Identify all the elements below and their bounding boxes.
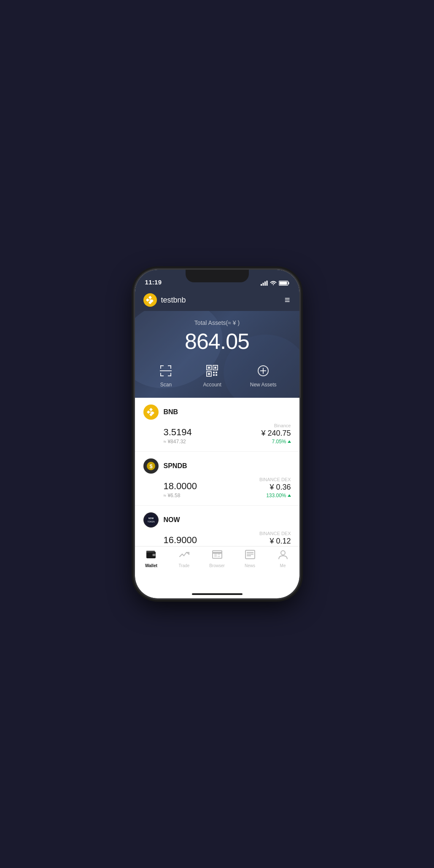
asset-price-block-bnb: Binance ¥ 240.75 7.05% [261, 423, 291, 445]
asset-icon-bnb [143, 405, 159, 420]
nav-trade-label: Trade [179, 563, 190, 568]
svg-rect-13 [160, 375, 164, 376]
asset-price-now: ¥ 0.12 [259, 537, 291, 546]
asset-list: BNB 3.5194 ≈ ¥847.32 Binance ¥ 240.75 7.… [135, 398, 299, 546]
svg-rect-2 [264, 281, 266, 286]
svg-point-41 [153, 554, 155, 556]
svg-text:NOW: NOW [148, 517, 154, 520]
hero-actions: Scan [143, 362, 291, 388]
nav-me-label: Me [280, 563, 286, 568]
status-time: 11:19 [145, 279, 162, 286]
asset-balance-block-now: 16.9000 ≈ ¥2.13 [164, 535, 197, 546]
asset-item-now[interactable]: NOW TOKEN NOW 16.9000 ≈ ¥2.13 BINANCE DE… [135, 506, 299, 546]
nav-news[interactable]: News [237, 550, 263, 568]
asset-balance-now: 16.9000 [164, 535, 197, 546]
nav-news-label: News [245, 563, 255, 568]
header-left: testbnb [143, 293, 186, 307]
svg-rect-16 [160, 370, 172, 371]
arrow-up-spndb [288, 494, 291, 497]
svg-rect-15 [168, 375, 171, 376]
svg-rect-23 [213, 372, 215, 373]
bottom-nav: Wallet Trade [135, 546, 299, 576]
svg-rect-6 [279, 282, 287, 285]
trade-icon [179, 550, 189, 562]
asset-icon-spndb: $ [143, 458, 159, 474]
svg-rect-49 [247, 554, 253, 555]
signal-icon [261, 281, 268, 286]
svg-rect-29 [260, 370, 266, 371]
asset-details-bnb: 3.5194 ≈ ¥847.32 Binance ¥ 240.75 7.05% [143, 423, 291, 445]
bnb-logo-header [143, 293, 157, 307]
asset-exchange-bnb: Binance [261, 423, 291, 428]
browser-icon [212, 550, 222, 562]
svg-rect-0 [261, 284, 262, 286]
scan-label: Scan [160, 382, 172, 388]
svg-rect-24 [216, 372, 217, 373]
svg-text:TOKEN: TOKEN [147, 520, 155, 523]
account-label: Account [203, 382, 221, 388]
asset-item-bnb[interactable]: BNB 3.5194 ≈ ¥847.32 Binance ¥ 240.75 7.… [135, 398, 299, 452]
hero-section: Total Assets(≈ ¥ ) 864.05 [135, 311, 299, 398]
asset-name-spndb: SPNDB [164, 462, 187, 470]
asset-details-now: 16.9000 ≈ ¥2.13 BINANCE DEX ¥ 0.12 -3334… [143, 531, 291, 546]
nav-wallet[interactable]: Wallet [139, 550, 164, 568]
nav-browser-label: Browser [209, 563, 225, 568]
battery-icon [279, 281, 289, 286]
total-assets-label: Total Assets(≈ ¥ ) [143, 319, 291, 326]
notch [186, 270, 249, 282]
new-assets-icon [255, 362, 272, 379]
svg-rect-3 [266, 281, 267, 286]
phone-inner: 11:19 [135, 270, 299, 598]
asset-price-bnb: ¥ 240.75 [261, 429, 291, 438]
nav-wallet-label: Wallet [145, 563, 157, 568]
new-assets-button[interactable]: New Assets [250, 362, 277, 388]
asset-price-block-now: BINANCE DEX ¥ 0.12 -3334.00% [259, 531, 291, 546]
svg-rect-22 [208, 373, 210, 375]
asset-balance-block-bnb: 3.5194 ≈ ¥847.32 [164, 427, 192, 445]
asset-header-spndb: $ SPNDB [143, 458, 291, 474]
app-header: testbnb ≡ [135, 288, 299, 311]
svg-rect-26 [216, 374, 217, 376]
svg-rect-25 [213, 374, 215, 376]
asset-exchange-now: BINANCE DEX [259, 531, 291, 536]
asset-balance-bnb: 3.5194 [164, 427, 192, 438]
menu-button[interactable]: ≡ [285, 295, 291, 305]
asset-balance-spndb: 18.0000 [164, 481, 197, 492]
qr-icon [204, 362, 221, 379]
nav-trade[interactable]: Trade [172, 550, 197, 568]
asset-item-spndb[interactable]: $ SPNDB 18.0000 ≈ ¥6.58 BINANCE DEX ¥ 0.… [135, 452, 299, 506]
svg-rect-9 [160, 365, 161, 369]
svg-rect-45 [218, 554, 220, 555]
asset-header-bnb: BNB [143, 405, 291, 420]
total-assets-value: 864.05 [143, 329, 291, 354]
wifi-icon [270, 281, 277, 286]
svg-rect-5 [288, 282, 289, 284]
arrow-up-bnb [288, 440, 291, 443]
scan-icon [157, 362, 174, 379]
news-icon [245, 550, 255, 562]
asset-price-spndb: ¥ 0.36 [259, 483, 291, 492]
me-icon [278, 550, 288, 562]
svg-rect-1 [262, 283, 264, 286]
svg-rect-39 [146, 551, 155, 552]
new-assets-label: New Assets [250, 382, 277, 388]
scan-button[interactable]: Scan [157, 362, 174, 388]
asset-price-block-spndb: BINANCE DEX ¥ 0.36 133.00% [259, 477, 291, 498]
svg-rect-20 [214, 367, 216, 369]
asset-change-spndb: 133.00% [259, 493, 291, 498]
asset-name-now: NOW [164, 516, 180, 524]
asset-details-spndb: 18.0000 ≈ ¥6.58 BINANCE DEX ¥ 0.36 133.0… [143, 477, 291, 498]
asset-balance-block-spndb: 18.0000 ≈ ¥6.58 [164, 481, 197, 498]
asset-name-bnb: BNB [164, 408, 178, 416]
svg-point-51 [281, 551, 285, 555]
asset-icon-now: NOW TOKEN [143, 512, 159, 528]
svg-rect-48 [247, 552, 253, 553]
nav-browser[interactable]: Browser [205, 550, 230, 568]
account-button[interactable]: Account [203, 362, 221, 388]
username: testbnb [161, 296, 186, 305]
svg-rect-18 [208, 367, 210, 369]
home-indicator [192, 593, 243, 595]
nav-me[interactable]: Me [270, 550, 296, 568]
asset-change-bnb: 7.05% [261, 439, 291, 445]
svg-rect-46 [218, 556, 220, 557]
